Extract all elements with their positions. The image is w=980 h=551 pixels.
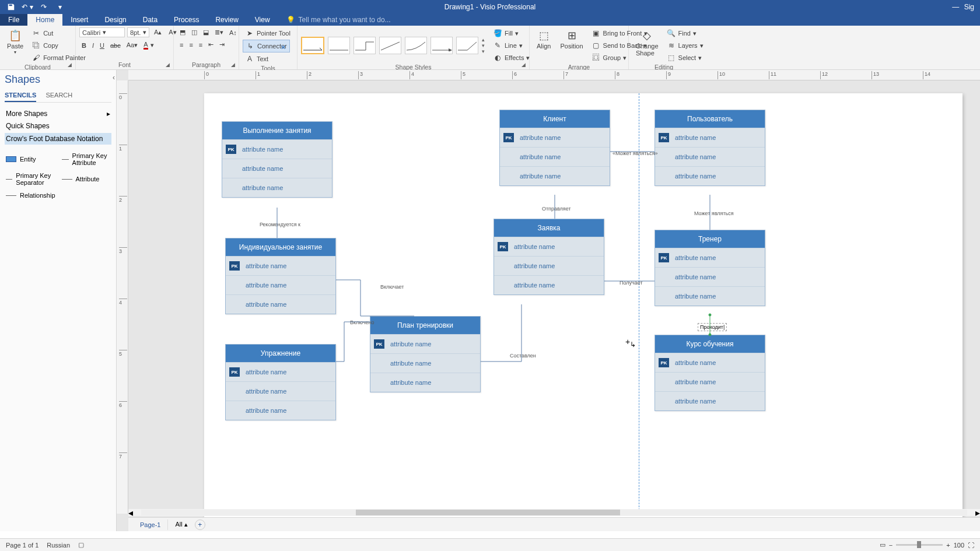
- drawing-canvas[interactable]: Выполнение занятия PKattribute name attr…: [128, 80, 980, 514]
- entity-kurs[interactable]: Курс обучения PKattribute name attribute…: [654, 335, 765, 411]
- style-thumb-7[interactable]: [456, 37, 478, 54]
- style-thumb-4[interactable]: [379, 37, 401, 54]
- entity-individualnoe[interactable]: Индивидуальное занятие PKattribute name …: [225, 238, 336, 314]
- underline-button[interactable]: U: [97, 40, 107, 51]
- case-button[interactable]: Aa▾: [124, 40, 140, 51]
- minimize-icon[interactable]: ―: [949, 1, 962, 13]
- save-icon[interactable]: [5, 1, 18, 13]
- clipboard-icon: 📋: [8, 29, 22, 43]
- strike-button[interactable]: abc: [108, 40, 123, 51]
- font-name-combo[interactable]: Calibri▾: [79, 27, 125, 37]
- shape-pk-attribute[interactable]: Primary Key Attribute: [61, 150, 114, 168]
- align-top-button[interactable]: ⬒: [177, 27, 188, 37]
- page-tab-1[interactable]: Page-1: [133, 520, 168, 530]
- italic-button[interactable]: I: [90, 40, 96, 51]
- entity-vypolnenie[interactable]: Выполнение занятия PKattribute name attr…: [222, 121, 332, 198]
- sign-in[interactable]: Sig: [964, 3, 974, 11]
- indent-increase-button[interactable]: ⇥: [217, 40, 227, 50]
- layers-button[interactable]: ≋Layers ▾: [664, 40, 706, 51]
- select-button[interactable]: ⬚Select ▾: [664, 52, 706, 64]
- style-thumb-2[interactable]: [328, 37, 350, 54]
- pointer-tool-button[interactable]: ➤Pointer Tool: [243, 27, 293, 39]
- bold-button[interactable]: B: [79, 40, 89, 51]
- quick-shapes-item[interactable]: Quick Shapes: [5, 120, 111, 132]
- collapse-panel-icon[interactable]: ‹: [113, 73, 115, 82]
- tab-file[interactable]: File: [0, 14, 27, 26]
- status-language[interactable]: Russian: [47, 542, 70, 549]
- entity-uprazhnenie[interactable]: Упражнение PKattribute name attribute na…: [225, 344, 336, 420]
- align-center-button[interactable]: ≡: [187, 40, 195, 50]
- align-bottom-button[interactable]: ⬓: [201, 27, 211, 37]
- style-thumb-3[interactable]: [354, 37, 376, 54]
- shape-entity[interactable]: Entity: [5, 150, 58, 168]
- close-icon[interactable]: ✕: [281, 44, 286, 51]
- add-page-button[interactable]: +: [195, 520, 205, 530]
- search-tab[interactable]: SEARCH: [46, 89, 72, 102]
- change-shape-icon: ◇: [640, 29, 654, 43]
- connector-tool-button[interactable]: ↳Connector✕: [243, 40, 290, 52]
- text-direction-button[interactable]: A↕: [227, 27, 239, 37]
- grow-font-button[interactable]: A▴: [152, 27, 164, 37]
- tab-view[interactable]: View: [247, 14, 278, 26]
- zoom-level[interactable]: 100: [954, 542, 964, 549]
- style-thumb-1[interactable]: [301, 37, 324, 54]
- tell-me-search[interactable]: 💡Tell me what you want to do...: [278, 14, 399, 26]
- font-color-button[interactable]: A▾: [141, 40, 156, 51]
- redo-icon[interactable]: ↷: [37, 1, 50, 13]
- align-left-button[interactable]: ≡: [177, 40, 186, 50]
- stencils-tab[interactable]: STENCILS: [5, 89, 36, 102]
- presentation-mode-icon[interactable]: ▭: [880, 541, 886, 549]
- font-size-combo[interactable]: 8pt.▾: [127, 27, 149, 37]
- align-middle-button[interactable]: ◫: [189, 27, 200, 37]
- tab-data[interactable]: Data: [135, 14, 166, 26]
- text-editing-prohodit[interactable]: Проходит|: [698, 323, 727, 331]
- pages-all[interactable]: All ▴: [175, 521, 187, 528]
- style-gallery-nav[interactable]: ▴▾▾: [482, 37, 485, 54]
- entity-zayavka[interactable]: Заявка PKattribute name attribute name a…: [494, 219, 604, 295]
- tab-insert[interactable]: Insert: [62, 14, 96, 26]
- undo-icon[interactable]: ↶ ▾: [21, 1, 34, 13]
- tab-home[interactable]: Home: [27, 14, 62, 26]
- entity-trener[interactable]: Тренер PKattribute name attribute name a…: [654, 230, 765, 306]
- bullets-button[interactable]: ≣▾: [212, 27, 226, 37]
- stencil-crowsfoot[interactable]: Crow's Foot Database Notation: [5, 133, 111, 145]
- horizontal-scrollbar[interactable]: ◂ ▸: [128, 509, 980, 516]
- shape-relationship[interactable]: Relationship: [5, 190, 58, 201]
- tab-design[interactable]: Design: [96, 14, 134, 26]
- font-launcher-icon[interactable]: ◢: [166, 62, 172, 68]
- guide-line[interactable]: [639, 93, 639, 522]
- scroll-left-icon[interactable]: ◂: [128, 507, 133, 518]
- entity-plan[interactable]: План тренировки PKattribute name attribu…: [370, 316, 481, 392]
- qat-customize-icon[interactable]: ▾: [54, 1, 66, 13]
- indent-decrease-button[interactable]: ⇤: [206, 40, 216, 50]
- zoom-slider[interactable]: [896, 544, 943, 546]
- tab-process[interactable]: Process: [166, 14, 207, 26]
- change-shape-button[interactable]: ◇Change Shape: [632, 27, 662, 58]
- tab-review[interactable]: Review: [207, 14, 246, 26]
- fit-page-icon[interactable]: ⛶: [968, 542, 974, 549]
- macro-record-icon[interactable]: ▢: [78, 541, 84, 549]
- position-button[interactable]: ⊞Position: [556, 27, 586, 51]
- align-button[interactable]: ⬚Align: [533, 27, 554, 51]
- clipboard-launcher-icon[interactable]: ◢: [68, 62, 74, 68]
- shape-pk-separator[interactable]: Primary Key Separator: [5, 170, 58, 188]
- zoom-out-button[interactable]: −: [889, 542, 892, 549]
- lightbulb-icon: 💡: [286, 16, 295, 24]
- paste-button[interactable]: 📋Paste▾: [4, 27, 27, 56]
- page[interactable]: Выполнение занятия PKattribute name attr…: [204, 93, 963, 522]
- align-right-button[interactable]: ≡: [197, 40, 205, 50]
- entity-polzovatel[interactable]: Пользователь PKattribute name attribute …: [654, 110, 765, 186]
- line-button[interactable]: ✎Line ▾: [491, 40, 532, 51]
- text-tool-button[interactable]: AText: [243, 53, 271, 65]
- styles-launcher-icon[interactable]: ◢: [522, 62, 527, 68]
- entity-klient[interactable]: Клиент PKattribute name attribute name a…: [499, 110, 610, 186]
- shape-attribute[interactable]: Attribute: [61, 170, 114, 188]
- zoom-in-button[interactable]: +: [946, 542, 950, 549]
- more-shapes-item[interactable]: More Shapes▸: [5, 107, 111, 120]
- style-thumb-5[interactable]: [405, 37, 427, 54]
- paragraph-launcher-icon[interactable]: ◢: [231, 62, 237, 68]
- find-button[interactable]: 🔍Find ▾: [664, 27, 706, 39]
- fill-button[interactable]: 🪣Fill ▾: [491, 27, 532, 39]
- scroll-right-icon[interactable]: ▸: [975, 507, 980, 518]
- style-thumb-6[interactable]: [430, 37, 453, 54]
